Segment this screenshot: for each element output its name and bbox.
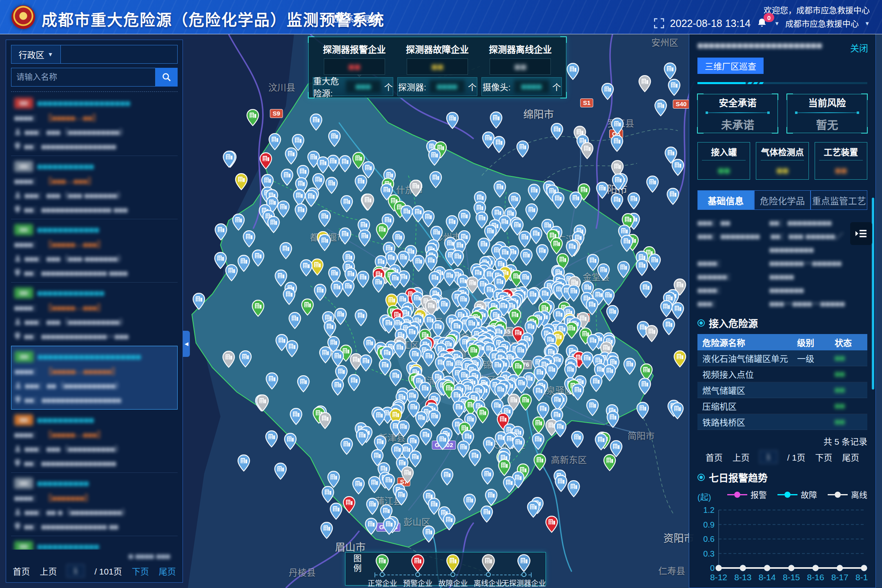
map-marker[interactable] — [503, 476, 516, 495]
company-list-item[interactable]: ■■ ■■■■■■■■■■■ ■■■■：【■■■—■■■】 ■■■：■■■（■■… — [11, 156, 178, 219]
map-marker[interactable] — [493, 180, 507, 199]
map-marker[interactable] — [358, 229, 372, 248]
map-marker[interactable] — [383, 518, 396, 537]
map-marker[interactable] — [445, 215, 459, 234]
map-marker[interactable] — [492, 136, 506, 155]
map-marker[interactable] — [668, 79, 681, 98]
first-page-button[interactable]: 首页 — [706, 451, 723, 463]
map-marker[interactable] — [389, 272, 402, 290]
map-marker[interactable] — [429, 171, 443, 190]
map-marker[interactable] — [415, 411, 428, 430]
company-list-item[interactable]: ■■ ■■■■■■■■■■■■■■■■■■ ■■■■：【■■■■■—■■】 ■■… — [11, 93, 178, 156]
panel-toggle-button[interactable] — [850, 222, 872, 245]
map-marker[interactable] — [279, 242, 293, 261]
search-button[interactable] — [156, 68, 178, 87]
map-marker[interactable] — [508, 308, 522, 327]
map-marker[interactable] — [343, 496, 356, 515]
map-marker[interactable] — [446, 112, 459, 131]
map-marker[interactable] — [265, 372, 279, 391]
map-marker[interactable] — [590, 375, 603, 394]
map-marker[interactable] — [438, 298, 451, 316]
map-marker[interactable] — [283, 288, 296, 307]
map-marker[interactable] — [252, 300, 265, 318]
map-marker[interactable] — [274, 463, 287, 481]
map-marker[interactable] — [265, 430, 278, 449]
map-marker[interactable] — [525, 203, 539, 222]
map-marker[interactable] — [567, 285, 581, 303]
map-marker[interactable] — [314, 284, 327, 303]
map-marker[interactable] — [612, 174, 625, 192]
map-marker[interactable] — [569, 192, 583, 210]
map-marker[interactable] — [268, 133, 282, 152]
map-marker[interactable] — [671, 159, 685, 178]
map-marker[interactable] — [671, 402, 684, 421]
map-marker[interactable] — [232, 214, 245, 232]
map-marker[interactable] — [617, 261, 630, 280]
map-marker[interactable] — [483, 437, 496, 456]
org-dropdown[interactable]: 成都市应急救援中心 — [785, 18, 859, 29]
company-list-item[interactable]: ■■ ■■■■■■■■■■ ■■■■：【■■■■■■■】 ■■■：■■ ■（■■… — [11, 473, 178, 536]
map-marker[interactable] — [476, 406, 490, 425]
map-marker[interactable] — [422, 526, 436, 544]
map-marker[interactable] — [545, 516, 559, 535]
map-marker[interactable] — [256, 394, 270, 413]
map-marker[interactable] — [606, 305, 619, 324]
map-marker[interactable] — [288, 312, 302, 331]
company-list-item[interactable]: ■■ ■■■■■■■■■■■■■■■■■■■■ ■■■■：【■■■■■—■■■■… — [11, 346, 178, 410]
map-marker[interactable] — [281, 169, 294, 187]
map-marker[interactable] — [428, 410, 441, 428]
map-marker[interactable] — [339, 155, 352, 174]
map-marker[interactable] — [512, 436, 526, 454]
map-marker[interactable] — [331, 379, 345, 397]
map-marker[interactable] — [603, 454, 617, 473]
search-input[interactable] — [11, 68, 156, 87]
map-marker[interactable] — [300, 259, 313, 278]
map-marker[interactable] — [468, 449, 482, 468]
map-marker[interactable] — [412, 255, 425, 274]
map-marker[interactable] — [536, 244, 549, 263]
prev-page-button[interactable]: 上页 — [40, 565, 57, 577]
map-marker[interactable] — [354, 175, 368, 194]
sidebar-collapse-handle[interactable]: ◀ — [183, 331, 190, 357]
map-marker[interactable] — [290, 408, 303, 427]
map-marker[interactable] — [237, 454, 251, 473]
map-marker[interactable] — [192, 293, 206, 312]
map-marker[interactable] — [646, 176, 659, 194]
map-marker[interactable] — [361, 194, 375, 212]
map-marker[interactable] — [498, 459, 511, 478]
map-marker[interactable] — [596, 182, 609, 200]
map-marker[interactable] — [581, 142, 594, 161]
chart-legend-item[interactable]: 报警 — [727, 489, 767, 501]
map-marker[interactable] — [376, 223, 389, 242]
map-marker[interactable] — [316, 156, 330, 175]
map-marker[interactable] — [443, 269, 457, 288]
region-filter-value[interactable] — [61, 45, 178, 64]
map-marker[interactable] — [567, 480, 581, 499]
map-marker[interactable] — [627, 192, 641, 211]
map-marker[interactable] — [356, 271, 370, 290]
map-marker[interactable] — [318, 412, 332, 431]
hazard-table-row[interactable]: 液化石油气储罐区单元 一级 ■■ — [697, 350, 867, 366]
map-marker[interactable] — [586, 399, 599, 418]
map-marker[interactable] — [481, 468, 494, 486]
company-list-item[interactable]: ■■ ■■■■■■■■■■■■■ ■■■■：【■■■■■—■■■】 ■■■：■■… — [11, 283, 178, 346]
map-marker[interactable] — [310, 114, 323, 132]
map-marker[interactable] — [638, 378, 652, 396]
map-marker[interactable] — [519, 394, 532, 412]
company-list-item[interactable]: ■■ ■■■■■■■■■■■■ ■■■■：【■■■■■—■■■】 ■■■：■■■… — [11, 219, 178, 283]
map-marker[interactable] — [601, 83, 615, 102]
map-marker[interactable] — [586, 334, 600, 353]
notification-bell[interactable]: 0 — [756, 17, 768, 29]
prev-page-button[interactable]: 上页 — [733, 451, 750, 463]
map-marker[interactable] — [606, 411, 620, 430]
page-input[interactable]: 1 — [760, 450, 777, 463]
map-marker[interactable] — [285, 340, 299, 359]
map-marker[interactable] — [566, 63, 580, 82]
map-marker[interactable] — [638, 75, 652, 94]
fullscreen-icon[interactable] — [654, 18, 664, 29]
map-marker[interactable] — [318, 210, 332, 229]
company-list-item[interactable]: ■■ ■■■■■■■■■■■ ■■■■：【■■■■■—■■■】 ■■■：■■■（… — [11, 410, 178, 473]
first-page-button[interactable]: 首页 — [13, 565, 30, 577]
map-marker[interactable] — [554, 420, 567, 439]
map-marker[interactable] — [603, 364, 617, 383]
